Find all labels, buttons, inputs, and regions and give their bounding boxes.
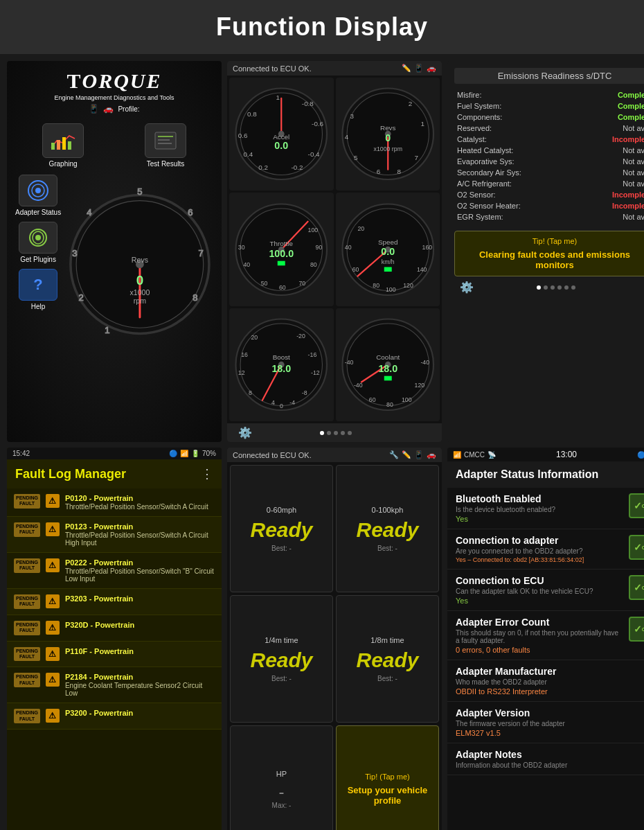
fault-item-p3200[interactable]: PENDINGFAULT ⚠ P3200 - Powertrain <box>7 703 222 730</box>
emissions-tip-header: Tip! (Tap me) <box>460 237 644 245</box>
pencil-icon-perf: ✏️ <box>402 450 411 459</box>
adapter-status-label: Adapter Status <box>15 209 61 216</box>
adapter-menu-button[interactable]: ⋮ <box>641 467 644 482</box>
speed-gauge: 40 60 80 100 120 140 160 20 Speed 0.0 km… <box>336 193 440 306</box>
adapter-item-bluetooth: Bluetooth Enabled Is the device bluetoot… <box>447 488 644 529</box>
perf-quarter-best: Best: - <box>271 675 292 682</box>
revs-gauge: 3 4 5 6 2 1 7 8 Revs 0 x1000 rpm <box>336 78 440 191</box>
dot-2 <box>327 431 331 435</box>
adapter-bluetooth-desc: Is the device bluetooth enabled? <box>456 506 623 513</box>
fault-item-p320d[interactable]: PENDINGFAULT ⚠ P320D - Powertrain <box>7 615 222 642</box>
svg-text:80: 80 <box>310 261 317 268</box>
fault-code: P110F - Powertrain <box>65 647 215 655</box>
svg-text:2: 2 <box>408 100 411 107</box>
fault-item-p110f[interactable]: PENDINGFAULT ⚠ P110F - Powertrain <box>7 642 222 668</box>
svg-text:60: 60 <box>279 284 286 291</box>
svg-text:-20: -20 <box>296 333 305 339</box>
gauge-status-bar: Connected to ECU OK. ✏️ 📱 🚗 <box>227 61 442 76</box>
fault-item-p3203[interactable]: PENDINGFAULT ⚠ P3203 - Powertrain <box>7 589 222 615</box>
adapter-error-ok: ✓OK <box>629 617 644 642</box>
adapter-error-content: Adapter Error Count This should stay on … <box>456 617 623 654</box>
fault-item-p0120[interactable]: PENDINGFAULT ⚠ P0120 - Powertrain Thrott… <box>7 488 222 517</box>
adapter-bluetooth-ok: ✓OK <box>629 493 644 518</box>
svg-text:-4: -4 <box>289 399 295 406</box>
menu-item-adapter-status[interactable]: Adapter Status <box>15 175 61 216</box>
adapter-mfr-value: OBDII to RS232 Interpreter <box>456 687 644 696</box>
fault-menu-button[interactable]: ⋮ <box>201 466 213 482</box>
gear-icon-emissions[interactable]: ⚙️ <box>460 281 474 294</box>
perf-0-100kph[interactable]: 0-100kph Ready Best: - <box>336 465 439 592</box>
perf-eighth-mile[interactable]: 1/8m time Ready Best: - <box>336 595 439 723</box>
plugins-icon <box>26 227 51 249</box>
perf-tip-header: Tip! (Tap me) <box>365 772 409 781</box>
perf-status-text: Connected to ECU OK. <box>233 451 312 459</box>
svg-text:Throttle: Throttle <box>270 240 294 247</box>
svg-rect-73 <box>278 261 285 265</box>
fault-badge: PENDINGFAULT <box>14 621 40 635</box>
svg-text:-0.6: -0.6 <box>312 121 324 128</box>
svg-text:60: 60 <box>368 396 375 403</box>
adapter-bluetooth-content: Bluetooth Enabled Is the device bluetoot… <box>456 493 623 523</box>
svg-text:8: 8 <box>397 168 401 176</box>
adapter-error-value: 0 errors, 0 other faults <box>456 646 623 654</box>
warning-icon: ⚠ <box>46 647 60 661</box>
menu-item-get-plugins[interactable]: Get Plugins <box>15 222 61 263</box>
emissions-tip-box[interactable]: Tip! (Tap me) Clearing fault codes and e… <box>454 231 644 276</box>
gear-icon-gauge[interactable]: ⚙️ <box>238 426 252 439</box>
menu-item-test-results[interactable]: Test Results <box>118 123 213 168</box>
fault-item-p2184[interactable]: PENDINGFAULT ⚠ P2184 - Powertrain Engine… <box>7 667 222 703</box>
svg-text:8: 8 <box>249 389 252 396</box>
adapter-ecu-content: Connection to ECU Can the adapter talk O… <box>456 575 623 605</box>
perf-status-bar: Connected to ECU OK. 🔧 ✏️ 📱 🚗 <box>227 448 442 462</box>
revs-gauge-svg: 3 4 5 6 2 1 7 8 Revs 0 x1000 rpm <box>339 85 438 184</box>
emission-heated-catalyst: Heated Catalyst: Not avail <box>454 145 644 156</box>
menu-item-help[interactable]: ? Help <box>15 269 61 310</box>
perf-hp-label: HP <box>276 770 287 778</box>
fault-status-bar: 15:42 🔵 📶 🔋 70% <box>7 448 222 459</box>
perf-0-60mph[interactable]: 0-60mph Ready Best: - <box>230 465 333 592</box>
fault-code: P320D - Powertrain <box>65 621 215 629</box>
svg-rect-0 <box>51 143 55 150</box>
fault-code: P0120 - Powertrain <box>65 494 215 502</box>
svg-text:80: 80 <box>386 401 393 408</box>
adapter-error-desc: This should stay on 0, if not then you p… <box>456 629 623 644</box>
graphing-label: Graphing <box>48 160 77 168</box>
perf-hp[interactable]: HP - Max: - <box>230 725 333 830</box>
dot-1 <box>320 431 324 435</box>
svg-rect-3 <box>68 141 71 150</box>
perf-eighth-best: Best: - <box>377 675 397 682</box>
phone-icon: 📱 <box>414 64 424 73</box>
speed-gauge-svg: 40 60 80 100 120 140 160 20 Speed 0.0 km… <box>339 200 438 299</box>
warning-icon: ⚠ <box>46 594 60 608</box>
adapter-bluetooth-name: Bluetooth Enabled <box>456 493 623 504</box>
help-icon: ? <box>33 276 42 294</box>
fault-badge: PENDINGFAULT <box>14 709 40 723</box>
emissions-title: Emissions Readiness s/DTC <box>454 68 644 84</box>
svg-text:120: 120 <box>414 382 424 389</box>
perf-0-60-best: Best: - <box>271 545 292 552</box>
svg-text:-40: -40 <box>353 382 362 389</box>
fault-badge: PENDINGFAULT <box>14 494 40 509</box>
boost-gauge: 16 12 8 4 0 -4 -8 -12 -16 20 -20 Boost 1… <box>229 308 334 421</box>
menu-item-graphing[interactable]: Graphing <box>15 123 111 168</box>
perf-hp-value: - <box>279 782 285 802</box>
torque-subtitle: Engine Management Diagnostics and Tools <box>55 94 175 101</box>
fault-text: P0222 - Powertrain Throttle/Pedal Positi… <box>65 558 215 583</box>
fault-code: P3203 - Powertrain <box>65 594 215 603</box>
fault-text: P0123 - Powertrain Throttle/Pedal Positi… <box>65 522 215 547</box>
svg-text:4: 4 <box>344 133 348 141</box>
svg-text:-40: -40 <box>420 359 429 366</box>
perf-quarter-mile[interactable]: 1/4m time Ready Best: - <box>230 595 333 723</box>
wifi-icon-fault: 📶 <box>180 450 188 457</box>
fault-item-p0123[interactable]: PENDINGFAULT ⚠ P0123 - Powertrain Thrott… <box>7 517 222 553</box>
emissions-tip-content: Clearing fault codes and emissions monit… <box>460 249 644 270</box>
accel-gauge-svg: 0.8 0.6 0.4 0.2 1 -0.8 -0.6 -0.4 -0.2 Ac… <box>232 85 331 184</box>
svg-text:0.2: 0.2 <box>258 164 268 171</box>
perf-status-icons: 🔧 ✏️ 📱 🚗 <box>389 450 436 459</box>
svg-point-10 <box>35 188 41 193</box>
svg-rect-2 <box>62 137 66 150</box>
wrench-icon: 🔧 <box>389 450 399 459</box>
fault-item-p0222[interactable]: PENDINGFAULT ⚠ P0222 - Powertrain Thrott… <box>7 553 222 589</box>
perf-tip[interactable]: Tip! (Tap me) Setup your vehicle profile <box>336 725 439 830</box>
adapter-ver-name: Adapter Version <box>456 707 644 718</box>
